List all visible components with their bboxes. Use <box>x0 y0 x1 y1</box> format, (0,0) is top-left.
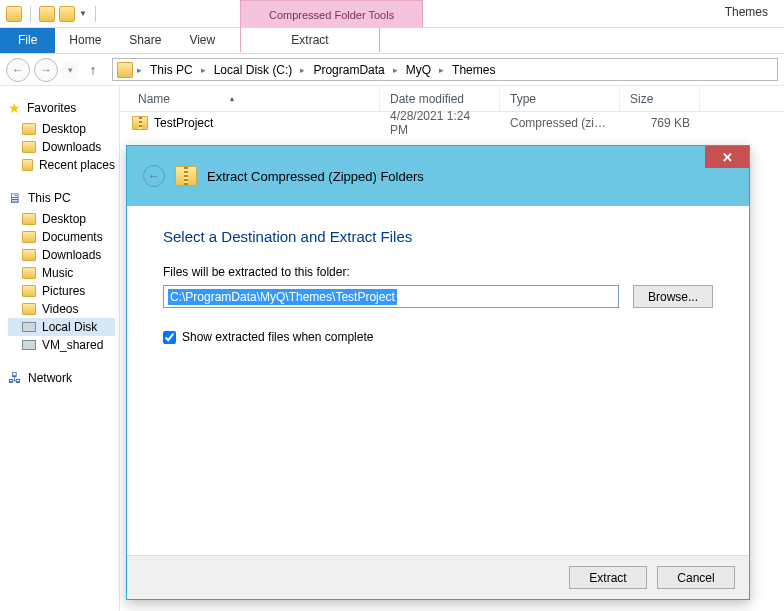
tree-item-label: Music <box>42 266 73 280</box>
tree-item-label: Recent places <box>39 158 115 172</box>
breadcrumb-sep: ▸ <box>391 65 400 75</box>
tree-item[interactable]: Desktop <box>8 120 115 138</box>
qat-customize-icon[interactable]: ▼ <box>79 9 87 18</box>
tab-share[interactable]: Share <box>115 28 175 53</box>
tab-view[interactable]: View <box>175 28 229 53</box>
tree-item[interactable]: Pictures <box>8 282 115 300</box>
path-input[interactable]: C:\ProgramData\MyQ\Themes\TestProject <box>163 285 619 308</box>
folder-icon <box>22 213 36 225</box>
col-label: Name <box>138 92 170 106</box>
file-name: TestProject <box>154 116 213 130</box>
tab-extract[interactable]: Extract <box>240 28 380 52</box>
tree-item[interactable]: Downloads <box>8 138 115 156</box>
back-button[interactable]: ← <box>6 58 30 82</box>
tree-label: Network <box>28 371 72 385</box>
tree-item-label: Documents <box>42 230 103 244</box>
qat-newfolder-icon[interactable] <box>59 6 75 22</box>
qat-divider <box>95 6 96 22</box>
tree-item[interactable]: Downloads <box>8 246 115 264</box>
tree-favorites[interactable]: ★Favorites <box>8 100 115 116</box>
tree-item-label: Pictures <box>42 284 85 298</box>
folder-icon <box>22 249 36 261</box>
dialog-body: Select a Destination and Extract Files F… <box>127 206 749 555</box>
cancel-button[interactable]: Cancel <box>657 566 735 589</box>
dialog-titlebar: ✕ ← Extract Compressed (Zipped) Folders <box>127 146 749 206</box>
breadcrumb-sep: ▸ <box>298 65 307 75</box>
file-row[interactable]: TestProject 4/28/2021 1:24 PM Compressed… <box>120 112 784 134</box>
app-icon <box>6 6 22 22</box>
tree-item-label: Local Disk <box>42 320 97 334</box>
tree-item[interactable]: VM_shared <box>8 336 115 354</box>
tree-item-label: Desktop <box>42 212 86 226</box>
breadcrumb-sep: ▸ <box>437 65 446 75</box>
breadcrumb[interactable]: Themes <box>448 61 499 79</box>
tree-item-label: Downloads <box>42 248 101 262</box>
sort-caret-icon: ▴ <box>230 94 234 103</box>
tree-item[interactable]: Videos <box>8 300 115 318</box>
address-folder-icon <box>117 62 133 78</box>
quick-access-toolbar: ▼ <box>0 6 106 22</box>
tab-home[interactable]: Home <box>55 28 115 53</box>
disk-icon <box>22 340 36 350</box>
recent-locations-icon[interactable]: ▾ <box>62 61 78 79</box>
ribbon-context-tab: Compressed Folder Tools <box>240 0 423 28</box>
checkbox-label: Show extracted files when complete <box>182 330 373 344</box>
col-size[interactable]: Size <box>620 86 700 111</box>
folder-icon <box>22 141 36 153</box>
cell-date: 4/28/2021 1:24 PM <box>380 109 500 137</box>
extract-button[interactable]: Extract <box>569 566 647 589</box>
breadcrumb[interactable]: Local Disk (C:) <box>210 61 297 79</box>
breadcrumb[interactable]: ProgramData <box>309 61 388 79</box>
dialog-back-button[interactable]: ← <box>143 165 165 187</box>
ribbon-tabs: File Home Share View Extract <box>0 28 784 54</box>
breadcrumb[interactable]: This PC <box>146 61 197 79</box>
tree-item[interactable]: Documents <box>8 228 115 246</box>
folder-icon <box>22 303 36 315</box>
qat-divider <box>30 6 31 22</box>
tree-item-label: Downloads <box>42 140 101 154</box>
title-bar: ▼ Compressed Folder Tools Themes <box>0 0 784 28</box>
close-button[interactable]: ✕ <box>705 146 749 168</box>
tree-network[interactable]: 🖧Network <box>8 370 115 386</box>
folder-icon <box>22 267 36 279</box>
tree-item-label: Desktop <box>42 122 86 136</box>
col-type[interactable]: Type <box>500 86 620 111</box>
cell-size: 769 KB <box>620 116 700 130</box>
breadcrumb-sep: ▸ <box>135 65 144 75</box>
tree-item[interactable]: Music <box>8 264 115 282</box>
tree-item-label: Videos <box>42 302 78 316</box>
tree-item-local-disk[interactable]: Local Disk <box>8 318 115 336</box>
forward-button[interactable]: → <box>34 58 58 82</box>
dialog-footer: Extract Cancel <box>127 555 749 599</box>
tree-item[interactable]: Desktop <box>8 210 115 228</box>
tree-label: Favorites <box>27 101 76 115</box>
tree-item-label: VM_shared <box>42 338 103 352</box>
show-files-checkbox[interactable]: Show extracted files when complete <box>163 330 713 344</box>
checkbox-input[interactable] <box>163 331 176 344</box>
dialog-title: Extract Compressed (Zipped) Folders <box>207 169 424 184</box>
folder-icon <box>22 159 33 171</box>
nav-tree: ★Favorites Desktop Downloads Recent plac… <box>0 86 120 611</box>
qat-properties-icon[interactable] <box>39 6 55 22</box>
zip-icon <box>175 166 197 186</box>
tree-this-pc[interactable]: 🖥This PC <box>8 190 115 206</box>
network-icon: 🖧 <box>8 370 22 386</box>
up-button[interactable]: ↑ <box>82 59 104 81</box>
pc-icon: 🖥 <box>8 190 22 206</box>
breadcrumb[interactable]: MyQ <box>402 61 435 79</box>
zip-icon <box>132 116 148 130</box>
cell-type: Compressed (zipp… <box>500 116 620 130</box>
path-input-value: C:\ProgramData\MyQ\Themes\TestProject <box>168 289 397 305</box>
tree-item[interactable]: Recent places <box>8 156 115 174</box>
col-name[interactable]: Name▴ <box>120 86 380 111</box>
address-bar[interactable]: ▸ This PC ▸ Local Disk (C:) ▸ ProgramDat… <box>112 58 778 81</box>
col-date[interactable]: Date modified <box>380 86 500 111</box>
window-title: Themes <box>725 5 768 19</box>
breadcrumb-sep: ▸ <box>199 65 208 75</box>
file-tab[interactable]: File <box>0 28 55 53</box>
folder-icon <box>22 123 36 135</box>
tree-label: This PC <box>28 191 71 205</box>
disk-icon <box>22 322 36 332</box>
extract-dialog: ✕ ← Extract Compressed (Zipped) Folders … <box>126 145 750 600</box>
browse-button[interactable]: Browse... <box>633 285 713 308</box>
